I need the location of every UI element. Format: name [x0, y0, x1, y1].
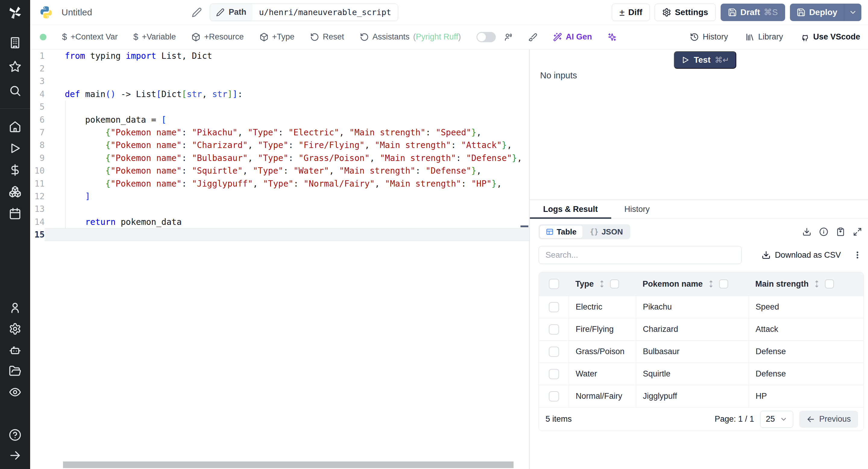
row-checkbox[interactable] — [549, 369, 559, 379]
code-line-content[interactable]: {"Pokemon name": "Pikachu", "Type": "Ele… — [44, 126, 529, 139]
column-filter-checkbox[interactable] — [610, 279, 619, 288]
variables-dollar-icon[interactable] — [0, 163, 30, 177]
windmill-logo[interactable] — [0, 0, 30, 25]
column-header-type[interactable]: Type — [569, 272, 636, 296]
code-editor[interactable]: 1from typing import List, Dict234def mai… — [30, 50, 529, 469]
sort-icon[interactable] — [707, 280, 715, 288]
code-line-content[interactable] — [44, 228, 529, 241]
info-icon[interactable] — [819, 227, 828, 236]
expand-icon[interactable] — [853, 227, 862, 236]
users-icon[interactable] — [0, 301, 30, 315]
column-header-pokemon-name[interactable]: Pokemon name — [636, 272, 749, 296]
code-line-content[interactable]: return pokemon_data — [44, 216, 529, 228]
favorites-star-icon[interactable] — [0, 60, 30, 73]
ai-gen-button[interactable]: AI Gen — [553, 32, 592, 41]
workers-robot-icon[interactable] — [0, 343, 30, 357]
diff-button[interactable]: ± Diff — [612, 4, 650, 21]
code-line[interactable]: 5 — [30, 101, 529, 113]
table-row[interactable]: Fire/FlyingCharizardAttack — [539, 318, 864, 340]
search-input[interactable] — [538, 246, 742, 264]
runs-play-icon[interactable] — [0, 142, 30, 155]
view-json-button[interactable]: {} JSON — [584, 225, 629, 238]
multiplayer-users-icon[interactable] — [504, 33, 513, 41]
library-button[interactable]: Library — [745, 32, 783, 41]
code-line[interactable]: 1from typing import List, Dict — [30, 50, 529, 62]
table-row[interactable]: Grass/PoisonBulbasaurDefense — [539, 340, 864, 363]
multiplayer-toggle[interactable] — [476, 32, 496, 42]
code-line-content[interactable] — [44, 101, 529, 113]
sort-icon[interactable] — [813, 280, 821, 288]
sort-icon[interactable] — [598, 280, 606, 288]
view-table-button[interactable]: Table — [540, 225, 583, 238]
code-line-content[interactable] — [44, 62, 529, 75]
settings-gear-icon[interactable] — [0, 322, 30, 336]
column-header-main-strength[interactable]: Main strength — [749, 272, 864, 296]
select-all-checkbox[interactable] — [549, 279, 559, 289]
test-button[interactable]: Test ⌘↵ — [674, 51, 736, 69]
code-line-content[interactable]: def main() -> List[Dict[str, str]]: — [44, 88, 529, 100]
edit-title-pencil-icon[interactable] — [192, 7, 202, 18]
code-line[interactable]: 12 ] — [30, 190, 529, 202]
page-size-select[interactable]: 25 — [760, 411, 793, 428]
horizontal-scrollbar[interactable] — [63, 462, 514, 468]
tab-history[interactable]: History — [611, 200, 663, 219]
code-line-content[interactable]: {"Pokemon name": "Bulbasaur", "Type": "G… — [44, 152, 529, 164]
table-row[interactable]: Normal/FairyJigglypuffHP — [539, 385, 864, 407]
code-line[interactable]: 9 {"Pokemon name": "Bulbasaur", "Type": … — [30, 152, 529, 164]
deploy-more-button[interactable] — [844, 4, 861, 21]
code-line-content[interactable]: {"Pokemon name": "Jigglypuff", "Type": "… — [44, 177, 529, 190]
schedules-calendar-icon[interactable] — [0, 207, 30, 220]
search-icon[interactable] — [0, 84, 30, 98]
column-filter-checkbox[interactable] — [719, 279, 728, 288]
add-type-button[interactable]: +Type — [259, 32, 294, 41]
path-value[interactable]: u/henri/maneuverable_script — [252, 4, 398, 21]
table-row[interactable]: ElectricPikachuSpeed — [539, 296, 864, 318]
row-checkbox[interactable] — [549, 347, 559, 357]
code-line-content[interactable] — [44, 75, 529, 88]
workspace-icon[interactable] — [0, 36, 30, 50]
sparkles-icon[interactable] — [608, 33, 617, 41]
code-line[interactable]: 11 {"Pokemon name": "Jigglypuff", "Type"… — [30, 177, 529, 190]
deploy-button[interactable]: Deploy — [790, 4, 844, 21]
draft-button[interactable]: Draft ⌘S — [721, 4, 785, 21]
code-line-content[interactable]: {"Pokemon name": "Squirtle", "Type": "Wa… — [44, 164, 529, 177]
more-options-kebab-icon[interactable] — [853, 250, 862, 259]
code-line[interactable]: 14 return pokemon_data — [30, 216, 529, 228]
code-line-content[interactable]: pokemon_data = [ — [44, 113, 529, 126]
column-filter-checkbox[interactable] — [825, 279, 834, 288]
code-line[interactable]: 15 — [30, 228, 529, 241]
add-context-var-button[interactable]: $ +Context Var — [62, 32, 118, 42]
code-line[interactable]: 6 pokemon_data = [ — [30, 113, 529, 126]
row-checkbox[interactable] — [549, 391, 559, 402]
code-line[interactable]: 4def main() -> List[Dict[str, str]]: — [30, 88, 529, 100]
code-line[interactable]: 10 {"Pokemon name": "Squirtle", "Type": … — [30, 164, 529, 177]
assistants-button[interactable]: Assistants (Pyright Ruff) — [360, 32, 461, 41]
expand-sidebar-arrow-icon[interactable] — [0, 448, 30, 462]
history-button[interactable]: History — [690, 32, 728, 41]
code-line[interactable]: 8 {"Pokemon name": "Charizard", "Type": … — [30, 139, 529, 152]
code-line[interactable]: 2 — [30, 62, 529, 75]
resources-boxes-icon[interactable] — [0, 185, 30, 199]
help-icon[interactable] — [0, 428, 30, 442]
reset-button[interactable]: Reset — [310, 32, 344, 41]
previous-page-button[interactable]: Previous — [799, 411, 858, 428]
download-csv-button[interactable]: Download as CSV — [762, 250, 841, 260]
path-field[interactable]: Path u/henri/maneuverable_script — [210, 4, 398, 21]
audit-eye-icon[interactable] — [0, 385, 30, 399]
code-line[interactable]: 7 {"Pokemon name": "Pikachu", "Type": "E… — [30, 126, 529, 139]
table-row[interactable]: WaterSquirtleDefense — [539, 363, 864, 385]
add-variable-button[interactable]: $ +Variable — [133, 32, 176, 42]
code-line[interactable]: 13 — [30, 203, 529, 216]
code-line-content[interactable]: ] — [44, 190, 529, 202]
tab-logs-result[interactable]: Logs & Result — [530, 200, 611, 219]
code-line[interactable]: 3 — [30, 75, 529, 88]
format-brush-icon[interactable] — [528, 33, 537, 41]
use-vscode-button[interactable]: Use VScode — [801, 32, 860, 41]
code-line-content[interactable]: from typing import List, Dict — [44, 50, 529, 62]
code-line-content[interactable] — [44, 203, 529, 216]
download-icon[interactable] — [802, 227, 811, 236]
home-icon[interactable] — [0, 120, 30, 133]
row-checkbox[interactable] — [549, 324, 559, 335]
folders-icon[interactable] — [0, 364, 30, 378]
settings-button[interactable]: Settings — [655, 4, 715, 21]
